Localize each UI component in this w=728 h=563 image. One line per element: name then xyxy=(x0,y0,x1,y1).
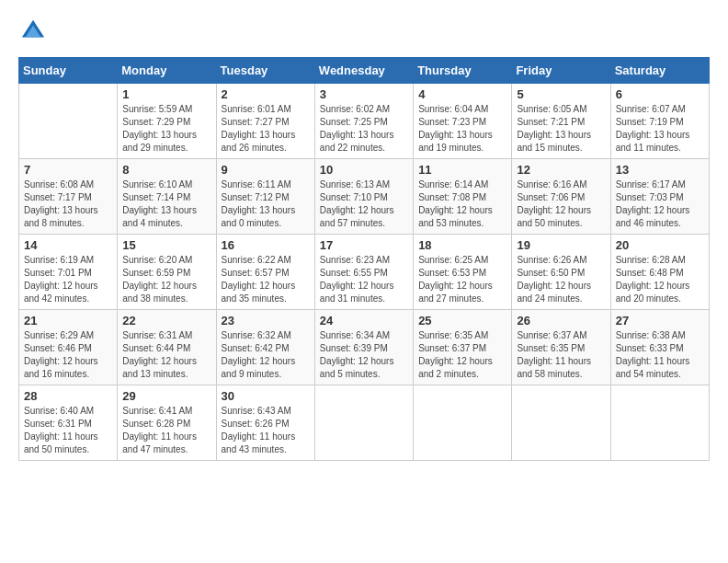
day-info: Sunrise: 6:32 AMSunset: 6:42 PMDaylight:… xyxy=(222,329,310,381)
day-info: Sunrise: 6:28 AMSunset: 6:48 PMDaylight:… xyxy=(616,254,704,305)
day-info: Sunrise: 5:59 AMSunset: 7:29 PMDaylight:… xyxy=(122,103,210,155)
day-info: Sunrise: 6:10 AMSunset: 7:14 PMDaylight:… xyxy=(122,178,210,230)
day-number: 20 xyxy=(616,238,704,252)
day-info: Sunrise: 6:40 AMSunset: 6:31 PMDaylight:… xyxy=(24,405,112,456)
calendar-cell: 14Sunrise: 6:19 AMSunset: 7:01 PMDayligh… xyxy=(19,235,118,310)
calendar-cell: 16Sunrise: 6:22 AMSunset: 6:57 PMDayligh… xyxy=(216,235,314,310)
logo xyxy=(18,18,46,48)
day-number: 6 xyxy=(616,87,704,101)
calendar-week-row: 21Sunrise: 6:29 AMSunset: 6:46 PMDayligh… xyxy=(19,310,710,385)
day-number: 4 xyxy=(418,87,506,101)
col-header-sunday: Sunday xyxy=(19,58,118,84)
calendar-cell xyxy=(610,385,709,461)
day-number: 13 xyxy=(616,163,704,177)
day-number: 14 xyxy=(24,238,112,252)
day-info: Sunrise: 6:38 AMSunset: 6:33 PMDaylight:… xyxy=(616,329,704,381)
day-number: 24 xyxy=(320,314,408,327)
day-number: 18 xyxy=(418,238,506,252)
day-info: Sunrise: 6:25 AMSunset: 6:53 PMDaylight:… xyxy=(418,254,506,305)
day-info: Sunrise: 6:01 AMSunset: 7:27 PMDaylight:… xyxy=(222,103,310,155)
calendar-header-row: SundayMondayTuesdayWednesdayThursdayFrid… xyxy=(19,58,710,84)
calendar-cell: 17Sunrise: 6:23 AMSunset: 6:55 PMDayligh… xyxy=(314,235,413,310)
day-number: 29 xyxy=(122,389,210,403)
calendar-cell: 1Sunrise: 5:59 AMSunset: 7:29 PMDaylight… xyxy=(118,84,216,159)
day-info: Sunrise: 6:35 AMSunset: 6:37 PMDaylight:… xyxy=(418,329,506,381)
day-info: Sunrise: 6:22 AMSunset: 6:57 PMDaylight:… xyxy=(222,254,310,305)
calendar-cell: 2Sunrise: 6:01 AMSunset: 7:27 PMDaylight… xyxy=(216,84,314,159)
calendar-cell: 28Sunrise: 6:40 AMSunset: 6:31 PMDayligh… xyxy=(19,385,118,461)
calendar-cell: 20Sunrise: 6:28 AMSunset: 6:48 PMDayligh… xyxy=(610,235,709,310)
day-info: Sunrise: 6:14 AMSunset: 7:08 PMDaylight:… xyxy=(418,178,506,230)
calendar-cell: 23Sunrise: 6:32 AMSunset: 6:42 PMDayligh… xyxy=(216,310,314,385)
day-number: 2 xyxy=(222,87,310,101)
day-number: 27 xyxy=(616,314,704,327)
day-number: 19 xyxy=(517,238,605,252)
day-info: Sunrise: 6:05 AMSunset: 7:21 PMDaylight:… xyxy=(517,103,605,155)
page-header xyxy=(18,18,710,48)
day-number: 3 xyxy=(320,87,408,101)
calendar-cell xyxy=(314,385,413,461)
calendar-cell: 25Sunrise: 6:35 AMSunset: 6:37 PMDayligh… xyxy=(414,310,512,385)
calendar-cell xyxy=(414,385,512,461)
col-header-friday: Friday xyxy=(512,58,610,84)
calendar-cell xyxy=(19,84,118,159)
day-number: 26 xyxy=(517,314,605,327)
calendar-cell: 9Sunrise: 6:11 AMSunset: 7:12 PMDaylight… xyxy=(216,159,314,235)
calendar-cell: 13Sunrise: 6:17 AMSunset: 7:03 PMDayligh… xyxy=(610,159,709,235)
day-info: Sunrise: 6:43 AMSunset: 6:26 PMDaylight:… xyxy=(222,405,310,456)
day-number: 11 xyxy=(418,163,506,177)
day-info: Sunrise: 6:31 AMSunset: 6:44 PMDaylight:… xyxy=(122,329,210,381)
calendar-cell: 19Sunrise: 6:26 AMSunset: 6:50 PMDayligh… xyxy=(512,235,610,310)
logo-icon xyxy=(20,18,46,44)
day-number: 7 xyxy=(24,163,112,177)
day-number: 22 xyxy=(122,314,210,327)
day-number: 25 xyxy=(418,314,506,327)
day-number: 21 xyxy=(24,314,112,327)
day-info: Sunrise: 6:26 AMSunset: 6:50 PMDaylight:… xyxy=(517,254,605,305)
day-number: 1 xyxy=(122,87,210,101)
calendar-cell: 4Sunrise: 6:04 AMSunset: 7:23 PMDaylight… xyxy=(414,84,512,159)
calendar-week-row: 1Sunrise: 5:59 AMSunset: 7:29 PMDaylight… xyxy=(19,84,710,159)
day-info: Sunrise: 6:11 AMSunset: 7:12 PMDaylight:… xyxy=(222,178,310,230)
col-header-wednesday: Wednesday xyxy=(314,58,413,84)
calendar-cell: 29Sunrise: 6:41 AMSunset: 6:28 PMDayligh… xyxy=(118,385,216,461)
day-info: Sunrise: 6:04 AMSunset: 7:23 PMDaylight:… xyxy=(418,103,506,155)
calendar: SundayMondayTuesdayWednesdayThursdayFrid… xyxy=(18,57,710,461)
calendar-cell: 8Sunrise: 6:10 AMSunset: 7:14 PMDaylight… xyxy=(118,159,216,235)
col-header-saturday: Saturday xyxy=(610,58,709,84)
day-number: 15 xyxy=(122,238,210,252)
day-info: Sunrise: 6:16 AMSunset: 7:06 PMDaylight:… xyxy=(517,178,605,230)
day-number: 12 xyxy=(517,163,605,177)
day-info: Sunrise: 6:17 AMSunset: 7:03 PMDaylight:… xyxy=(616,178,704,230)
calendar-cell: 12Sunrise: 6:16 AMSunset: 7:06 PMDayligh… xyxy=(512,159,610,235)
calendar-cell: 24Sunrise: 6:34 AMSunset: 6:39 PMDayligh… xyxy=(314,310,413,385)
day-number: 5 xyxy=(517,87,605,101)
calendar-cell: 30Sunrise: 6:43 AMSunset: 6:26 PMDayligh… xyxy=(216,385,314,461)
calendar-cell: 5Sunrise: 6:05 AMSunset: 7:21 PMDaylight… xyxy=(512,84,610,159)
calendar-cell: 11Sunrise: 6:14 AMSunset: 7:08 PMDayligh… xyxy=(414,159,512,235)
calendar-week-row: 7Sunrise: 6:08 AMSunset: 7:17 PMDaylight… xyxy=(19,159,710,235)
calendar-cell: 15Sunrise: 6:20 AMSunset: 6:59 PMDayligh… xyxy=(118,235,216,310)
day-info: Sunrise: 6:29 AMSunset: 6:46 PMDaylight:… xyxy=(24,329,112,381)
day-number: 10 xyxy=(320,163,408,177)
calendar-cell: 26Sunrise: 6:37 AMSunset: 6:35 PMDayligh… xyxy=(512,310,610,385)
calendar-cell: 10Sunrise: 6:13 AMSunset: 7:10 PMDayligh… xyxy=(314,159,413,235)
day-number: 28 xyxy=(24,389,112,403)
calendar-cell: 6Sunrise: 6:07 AMSunset: 7:19 PMDaylight… xyxy=(610,84,709,159)
day-info: Sunrise: 6:20 AMSunset: 6:59 PMDaylight:… xyxy=(122,254,210,305)
calendar-cell: 21Sunrise: 6:29 AMSunset: 6:46 PMDayligh… xyxy=(19,310,118,385)
calendar-cell: 27Sunrise: 6:38 AMSunset: 6:33 PMDayligh… xyxy=(610,310,709,385)
calendar-cell: 22Sunrise: 6:31 AMSunset: 6:44 PMDayligh… xyxy=(118,310,216,385)
calendar-week-row: 28Sunrise: 6:40 AMSunset: 6:31 PMDayligh… xyxy=(19,385,710,461)
calendar-week-row: 14Sunrise: 6:19 AMSunset: 7:01 PMDayligh… xyxy=(19,235,710,310)
day-info: Sunrise: 6:23 AMSunset: 6:55 PMDaylight:… xyxy=(320,254,408,305)
day-number: 23 xyxy=(222,314,310,327)
day-info: Sunrise: 6:02 AMSunset: 7:25 PMDaylight:… xyxy=(320,103,408,155)
day-number: 30 xyxy=(222,389,310,403)
col-header-thursday: Thursday xyxy=(414,58,512,84)
day-info: Sunrise: 6:41 AMSunset: 6:28 PMDaylight:… xyxy=(122,405,210,456)
day-info: Sunrise: 6:07 AMSunset: 7:19 PMDaylight:… xyxy=(616,103,704,155)
calendar-cell: 18Sunrise: 6:25 AMSunset: 6:53 PMDayligh… xyxy=(414,235,512,310)
calendar-cell: 3Sunrise: 6:02 AMSunset: 7:25 PMDaylight… xyxy=(314,84,413,159)
day-number: 16 xyxy=(222,238,310,252)
